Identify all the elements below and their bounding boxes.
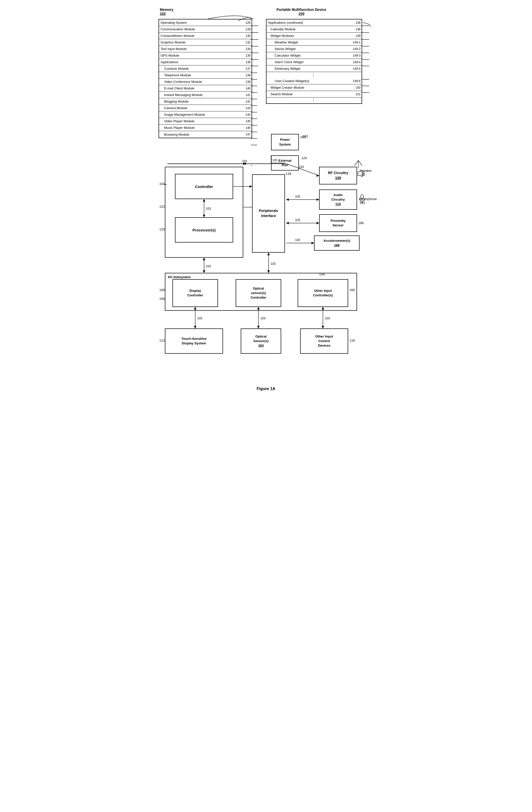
svg-marker-44 [257, 326, 260, 329]
app-item-ref: 149-1 [349, 41, 362, 44]
display-controller-box: DisplayController [172, 279, 218, 307]
svg-marker-13 [317, 198, 319, 201]
optical-controller-label: Opticalsensor(s)Controller [251, 286, 266, 300]
processor-ref: 120 [159, 227, 165, 231]
app-item-ref: 149-4 [349, 60, 362, 64]
app-item-ref: 148 [349, 28, 362, 31]
proximity-sensor-ref: 166 [358, 221, 364, 225]
diagram-container: Memory 102 Portable Multifunction Device… [157, 5, 375, 384]
memory-item-label: Contact/Motion Module [159, 33, 240, 39]
app-item-label: Stocks Widget [266, 46, 349, 52]
app-item-ref: 136 [349, 21, 362, 25]
memory-item-ref: 134 [240, 47, 252, 51]
app-row: Search Module151 [266, 91, 362, 98]
accelerometers-label: Accelerometer(s)168 [323, 238, 350, 248]
app-item-ref: 149-6 [349, 79, 362, 83]
power-system-box: PowerSystem [271, 134, 299, 150]
memory-row: Browsing Module147 [159, 131, 252, 138]
app-item-ref: 149-2 [349, 47, 362, 51]
audio-circuitry-box: AudioCircuitry110 [319, 189, 357, 210]
svg-marker-21 [311, 242, 314, 244]
app-dots: ⋮ [266, 98, 362, 103]
svg-line-55 [354, 160, 358, 165]
memory-item-label: Graphics Module [159, 40, 240, 45]
svg-text:103: 103 [299, 165, 304, 169]
svg-text:103: 103 [242, 159, 247, 163]
processor-label: Processor(s) [193, 227, 216, 233]
other-input-controller-label: Other InputController(s) [313, 289, 333, 298]
memory-item-label: Image Management Module [159, 112, 240, 117]
memory-item-label: E-mail Client Module [159, 86, 240, 91]
memory-item-label: Camera Module [159, 105, 240, 111]
memory-item-label: Video Player Module [159, 118, 240, 124]
app-item-label: Widget Creator Module [266, 85, 349, 90]
svg-text:103: 103 [197, 317, 202, 320]
svg-marker-32 [203, 270, 205, 273]
power-ref-line: 162 [303, 134, 308, 138]
app-item-label: User-Created Widget(s) [266, 78, 349, 84]
other-input-devices-label: Other InputControlDevices [315, 334, 333, 348]
io-subsystem-label: I/O Subsystem [168, 275, 191, 279]
svg-marker-14 [286, 198, 289, 201]
accelerometers-box: Accelerometer(s)168 [314, 235, 360, 251]
memory-item-label: Operating System [159, 20, 240, 25]
memory-item-ref: 144 [240, 113, 252, 116]
outer-box-ref-104: 104 [159, 182, 165, 186]
memory-item-label: Telephone Module [159, 73, 240, 78]
app-item-ref: 149-3 [349, 54, 362, 57]
io-subsystem-ref: 158 [319, 272, 325, 276]
device-ref: 100 [298, 12, 304, 16]
applications-box: Applications (continued)136Calendar Modu… [266, 19, 362, 104]
other-input-devices-ref: 116 [349, 338, 355, 342]
app-row: Dictionary Widget149-5 [266, 66, 362, 72]
app-dots: ⋮ [266, 72, 362, 78]
memory-row: Video Conference Module139 [159, 78, 252, 85]
svg-marker-31 [203, 258, 205, 260]
device-title: Portable Multifunction Device 100 [264, 8, 339, 16]
memory-item-ref: 132 [240, 41, 252, 44]
memory-item-label: Video Conference Module [159, 79, 240, 84]
app-item-label: Weather Widget [266, 40, 349, 45]
optical-sensor-box: OpticalSensor(s)164 [241, 329, 281, 354]
memory-row: Applications136 [159, 59, 252, 66]
audio-circuitry-label: AudioCircuitry110 [331, 193, 345, 207]
optical-controller-box: Opticalsensor(s)Controller [236, 279, 281, 307]
memory-row: E-mail Client Module140 [159, 85, 252, 92]
memory-row: Music Player Module146 [159, 125, 252, 131]
memory-item-ref: 141 [240, 93, 252, 97]
display-controller-ref2: 156 [159, 297, 165, 301]
app-item-label: Alarm Clock Widget [266, 59, 349, 65]
memory-row: Blogging Module142 [159, 98, 252, 105]
figure-caption: Figure 1A [157, 387, 375, 391]
display-controller-ref: 106 [159, 288, 165, 292]
memory-item-ref: 126 [240, 21, 252, 25]
controller-box: Controller [175, 174, 233, 199]
memory-item-ref: 135 [240, 54, 252, 57]
svg-text:103: 103 [295, 195, 300, 198]
svg-marker-40 [194, 326, 196, 329]
memory-row: Text Input Module134 [159, 46, 252, 52]
memory-item-label: Instant Messaging Module [159, 92, 240, 98]
microphone-label: Microphone113 [360, 197, 377, 205]
svg-text:103: 103 [295, 238, 300, 242]
app-item-ref: 149-5 [349, 67, 362, 71]
app-row: Stocks Widget149-2 [266, 46, 362, 52]
app-row: Calculator Widget149-3 [266, 52, 362, 59]
memory-box: Operating System126Communication Module1… [158, 19, 252, 138]
app-row: User-Created Widget(s)149-6 [266, 78, 362, 84]
svg-marker-17 [317, 222, 319, 224]
svg-marker-48 [322, 326, 324, 329]
speaker-icon [356, 170, 365, 177]
app-row: Calendar Module148 [266, 26, 362, 33]
app-row: Widget Modules149 [266, 33, 362, 39]
memory-ref: 102 [160, 12, 166, 16]
app-row: Widget Creator Module150 [266, 84, 362, 91]
memory-item-label: Applications [159, 59, 240, 65]
memory-item-label: GPS Module [159, 53, 240, 58]
memory-item-ref: 146 [240, 126, 252, 130]
app-item-label: Dictionary Widget [266, 66, 349, 71]
svg-text:103: 103 [295, 218, 300, 222]
memory-row: Telephone Module138 [159, 72, 252, 78]
svg-marker-7 [243, 162, 246, 165]
memory-item-ref: 145 [240, 119, 252, 123]
